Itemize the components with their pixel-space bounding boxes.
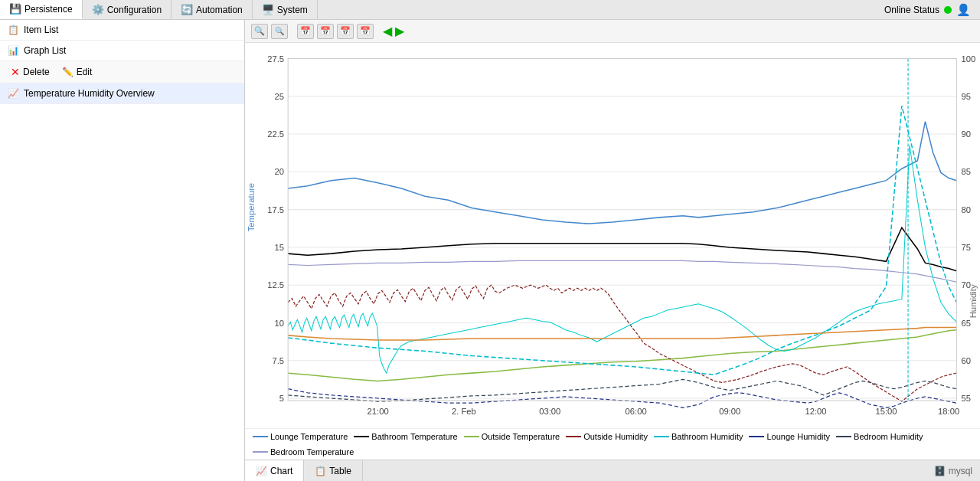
svg-text:60: 60 <box>961 356 970 365</box>
nav-tab-system[interactable]: 🖥️ System <box>253 0 318 19</box>
svg-text:2. Feb: 2. Feb <box>452 406 476 415</box>
legend-bathroom-humidity-label: Bathroom Humidity <box>671 432 743 441</box>
selected-graph-label: Temperature Humidity Overview <box>24 88 155 99</box>
delete-button[interactable]: ✕ Delete <box>8 64 53 80</box>
zoom-out-button[interactable]: 🔍 <box>271 24 288 39</box>
status-dot <box>944 6 952 14</box>
svg-text:15: 15 <box>275 243 284 252</box>
legend-bathroom-temp-label: Bathroom Temperature <box>371 432 457 441</box>
svg-text:100: 100 <box>961 54 975 64</box>
svg-text:Humidity: Humidity <box>969 284 978 318</box>
db-label: mysql <box>949 466 972 476</box>
svg-text:20: 20 <box>275 167 284 176</box>
legend-outside-humidity: Outside Humidity <box>566 432 648 441</box>
svg-text:10: 10 <box>275 319 284 328</box>
svg-text:12.5: 12.5 <box>267 280 284 290</box>
list-icon: 📋 <box>8 25 19 35</box>
automation-icon: 🔄 <box>181 4 193 15</box>
db-icon: 🗄️ <box>934 466 946 476</box>
chart-svg: 27.5 25 22.5 20 17.5 15 12.5 10 7.5 5 10… <box>245 43 980 428</box>
svg-text:55: 55 <box>961 394 970 403</box>
legend-lounge-temp-label: Lounge Temperature <box>270 432 348 441</box>
table-tab-icon: 📋 <box>315 466 326 476</box>
online-status-label: Online Status <box>884 5 939 15</box>
sidebar-selected-graph[interactable]: 📈 Temperature Humidity Overview <box>0 83 244 104</box>
chart-tab-icon: 📈 <box>256 466 267 476</box>
chart-toolbar: 🔍 🔍 📅 📅 📅 📅 ◀ ▶ <box>245 20 980 43</box>
legend-outside-humidity-label: Outside Humidity <box>583 432 648 441</box>
nav-tab-persistence[interactable]: 💾 Persistence <box>0 0 83 19</box>
calendar-1-button[interactable]: 📅 <box>297 24 314 39</box>
nav-tab-automation[interactable]: 🔄 Automation <box>172 0 253 19</box>
sidebar: 📋 Item List 📊 Graph List ✕ Delete ✏️ Edi… <box>0 20 245 481</box>
svg-text:85: 85 <box>961 167 970 176</box>
delete-icon: ✕ <box>11 66 20 78</box>
legend: Lounge Temperature Bathroom Temperature … <box>245 428 980 460</box>
zoom-in-button[interactable]: 🔍 <box>251 24 268 39</box>
online-status: Online Status 👤 <box>884 3 980 17</box>
svg-text:75: 75 <box>961 243 970 252</box>
legend-bathroom-temp: Bathroom Temperature <box>354 432 457 441</box>
svg-text:12:00: 12:00 <box>805 406 826 415</box>
bottom-bar: 📈 Chart 📋 Table 🗄️ mysql <box>245 460 980 481</box>
next-arrow-button[interactable]: ▶ <box>395 24 404 38</box>
calendar-4-button[interactable]: 📅 <box>357 24 374 39</box>
legend-lounge-humidity-label: Lounge Humidity <box>766 432 830 441</box>
svg-text:65: 65 <box>961 319 970 328</box>
calendar-2-button[interactable]: 📅 <box>317 24 334 39</box>
zoom-in-icon: 🔍 <box>254 26 265 36</box>
svg-text:27.5: 27.5 <box>267 54 284 64</box>
edit-icon: ✏️ <box>62 67 74 77</box>
nav-tab-configuration-label: Configuration <box>107 5 162 15</box>
graph-list-icon: 📊 <box>8 45 19 56</box>
svg-text:21:00: 21:00 <box>368 406 389 415</box>
sidebar-graph-list[interactable]: 📊 Graph List <box>0 41 244 61</box>
svg-text:Temperature: Temperature <box>247 183 256 231</box>
svg-text:5: 5 <box>279 394 284 403</box>
legend-bedroom-temp-label: Bedroom Temperature <box>270 447 354 456</box>
legend-outside-temp: Outside Temperature <box>464 432 560 441</box>
calendar-3-button[interactable]: 📅 <box>337 24 354 39</box>
chart-area: 🔍 🔍 📅 📅 📅 📅 ◀ ▶ <box>245 20 980 481</box>
edit-button[interactable]: ✏️ Edit <box>59 65 96 79</box>
svg-text:06:00: 06:00 <box>626 406 647 415</box>
table-tab-label: Table <box>329 466 351 476</box>
sidebar-item-list[interactable]: 📋 Item List <box>0 20 244 41</box>
chart-tab[interactable]: 📈 Chart <box>245 460 304 481</box>
top-nav: 💾 Persistence ⚙️ Configuration 🔄 Automat… <box>0 0 980 20</box>
sidebar-item-list-label: Item List <box>24 25 58 35</box>
main-layout: 📋 Item List 📊 Graph List ✕ Delete ✏️ Edi… <box>0 20 980 481</box>
legend-outside-temp-label: Outside Temperature <box>482 432 560 441</box>
svg-text:95: 95 <box>961 92 970 101</box>
legend-bathroom-humidity: Bathroom Humidity <box>654 432 743 441</box>
svg-text:09:00: 09:00 <box>719 406 740 415</box>
nav-tab-persistence-label: Persistence <box>24 4 73 15</box>
legend-bedroom-humidity-label: Bedroom Humidity <box>854 432 923 441</box>
legend-bedroom-humidity: Bedroom Humidity <box>836 432 923 441</box>
svg-text:03:00: 03:00 <box>539 406 560 415</box>
svg-text:80: 80 <box>961 205 970 214</box>
chart-tab-label: Chart <box>270 466 292 476</box>
legend-lounge-humidity: Lounge Humidity <box>749 432 830 441</box>
svg-text:17.5: 17.5 <box>267 205 284 214</box>
graph-icon: 📈 <box>8 88 19 99</box>
calendar-1-icon: 📅 <box>300 26 311 36</box>
svg-text:25: 25 <box>275 92 284 101</box>
persistence-icon: 💾 <box>9 3 21 15</box>
chart-container: 27.5 25 22.5 20 17.5 15 12.5 10 7.5 5 10… <box>245 43 980 428</box>
svg-text:7.5: 7.5 <box>272 356 284 365</box>
edit-label: Edit <box>77 67 93 77</box>
svg-text:90: 90 <box>961 129 970 139</box>
calendar-3-icon: 📅 <box>340 26 351 36</box>
nav-tab-configuration[interactable]: ⚙️ Configuration <box>83 0 172 19</box>
user-avatar-icon: 👤 <box>956 3 971 17</box>
prev-arrow-button[interactable]: ◀ <box>383 24 392 38</box>
db-info: 🗄️ mysql <box>934 466 980 476</box>
table-tab[interactable]: 📋 Table <box>304 460 363 481</box>
svg-text:22.5: 22.5 <box>267 129 284 139</box>
svg-text:18:00: 18:00 <box>938 406 959 415</box>
delete-label: Delete <box>23 67 50 77</box>
sidebar-graph-list-label: Graph List <box>24 45 66 56</box>
system-icon: 🖥️ <box>262 4 274 15</box>
legend-lounge-temp: Lounge Temperature <box>253 432 348 441</box>
